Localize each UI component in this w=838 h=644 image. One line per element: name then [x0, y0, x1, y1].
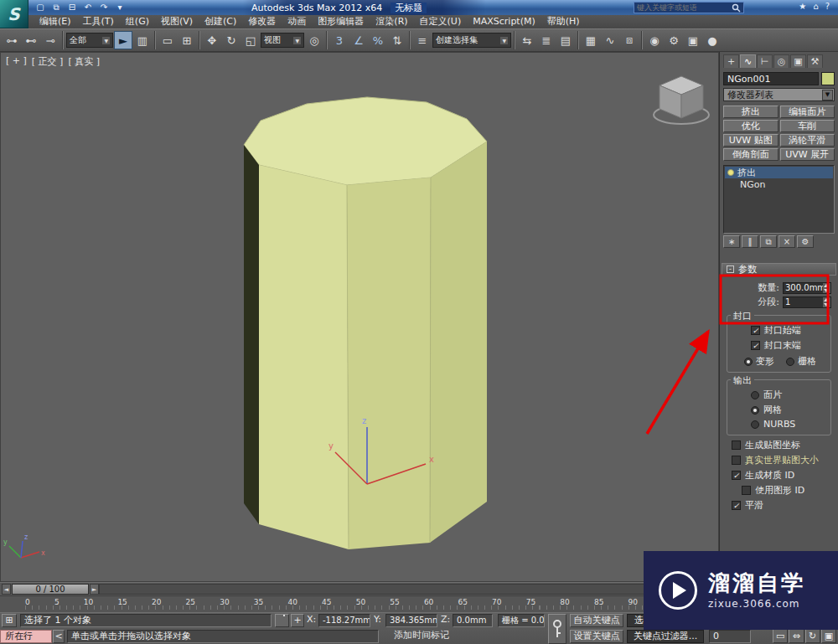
select-and-scale-icon[interactable]: ◱ — [241, 31, 260, 49]
menu-help[interactable]: 帮助(H) — [541, 15, 586, 28]
menu-graph-editors[interactable]: 图形编辑器 — [312, 15, 370, 28]
material-editor-icon[interactable]: ◉ — [645, 31, 664, 49]
selection-lock-icon[interactable] — [275, 614, 289, 627]
unlink-selection-icon[interactable]: ⊷ — [22, 31, 40, 49]
angle-snap-icon[interactable]: ∠ — [349, 31, 368, 49]
tab-motion-icon[interactable]: ◎ — [773, 54, 789, 68]
real-world-checkbox[interactable] — [732, 456, 741, 465]
render-production-icon[interactable]: ● — [703, 31, 722, 49]
current-frame-field[interactable]: 0 — [709, 630, 751, 643]
reference-coordinate-dropdown[interactable]: 视图▼ — [261, 33, 304, 48]
orbit-icon[interactable]: ↻ — [805, 629, 820, 643]
select-and-move-icon[interactable]: ✥ — [203, 31, 221, 49]
search-icon[interactable] — [732, 3, 741, 13]
previous-frame-icon[interactable]: ◄ — [2, 584, 11, 595]
redo-icon[interactable]: ↷ — [97, 1, 111, 13]
menu-maxscript[interactable]: MAXScript(M) — [467, 15, 541, 28]
isolate-selection-icon[interactable]: ⊞ — [2, 614, 17, 627]
modifier-enable-bulb-icon[interactable] — [727, 169, 734, 176]
nurbs-radio[interactable] — [751, 420, 759, 429]
grid-radio[interactable] — [786, 358, 794, 366]
menu-modifiers[interactable]: 修改器 — [242, 15, 282, 28]
search-input[interactable] — [637, 3, 732, 12]
set-keys-big-button[interactable] — [548, 614, 566, 644]
select-object-icon[interactable]: ► — [114, 31, 132, 49]
viewport-shading-menu[interactable]: [ 真实 ] — [68, 55, 100, 68]
menu-group[interactable]: 组(G) — [120, 15, 155, 28]
tab-utilities-icon[interactable]: ⚒ — [807, 54, 823, 68]
patch-radio[interactable] — [751, 391, 759, 399]
material-id-checkbox[interactable]: ✓ — [732, 471, 741, 480]
edit-named-selection-sets-icon[interactable]: ≡ — [413, 31, 432, 49]
uvw-map-button[interactable]: UVW 贴图 — [723, 134, 779, 147]
maxscript-mini-listener[interactable]: 所在行 — [0, 630, 52, 643]
select-and-link-icon[interactable]: ⊶ — [3, 31, 21, 49]
morph-radio[interactable] — [744, 358, 753, 366]
add-time-tag[interactable]: 添加时间标记 — [394, 630, 488, 643]
cap-start-checkbox[interactable]: ✓ — [751, 326, 760, 335]
auto-key-button[interactable]: 自动关键点 — [570, 614, 623, 627]
absolute-offset-toggle-icon[interactable]: + — [291, 614, 304, 627]
snaps-toggle-icon[interactable]: 3 — [330, 31, 349, 49]
percent-snap-icon[interactable]: % — [369, 31, 387, 49]
bevel-profile-button[interactable]: 倒角剖面 — [723, 148, 779, 161]
remove-modifier-icon[interactable]: × — [779, 235, 795, 248]
bind-to-space-warp-icon[interactable]: ⊸ — [41, 31, 59, 49]
object-name-field[interactable]: NGon001 — [723, 72, 819, 85]
menu-rendering[interactable]: 渲染(R) — [370, 15, 413, 28]
stack-item-extrude[interactable]: 挤出 — [725, 167, 833, 178]
schematic-view-icon[interactable]: ⧈ — [620, 31, 639, 49]
y-coord-field[interactable]: 384.365mm — [385, 614, 437, 627]
cap-end-checkbox[interactable]: ✓ — [751, 341, 760, 350]
mirror-icon[interactable]: ⇆ — [518, 31, 536, 49]
viewport-pov-menu[interactable]: [ 正交 ] — [32, 55, 64, 68]
select-by-name-icon[interactable]: ▥ — [133, 31, 152, 49]
time-slider-handle[interactable]: 0 / 100 — [12, 584, 89, 595]
mapping-coords-checkbox[interactable] — [732, 440, 741, 450]
graphite-ribbon-icon[interactable]: ▦ — [582, 31, 600, 49]
unwrap-uvw-button[interactable]: UVW 展开 — [780, 148, 835, 161]
undo-icon[interactable]: ↶ — [81, 1, 95, 13]
rollout-header[interactable]: - 参数 — [722, 263, 836, 276]
layer-manager-icon[interactable]: ▤ — [556, 31, 575, 49]
selection-filter-dropdown[interactable]: 全部▼ — [66, 33, 113, 48]
open-file-icon[interactable]: ⧉ — [49, 1, 63, 13]
z-coord-field[interactable]: 0.0mm — [453, 614, 493, 627]
listener-expand-icon[interactable]: < — [53, 630, 65, 643]
lathe-button[interactable]: 车削 — [780, 120, 835, 132]
spinner-arrows-icon[interactable] — [823, 283, 830, 293]
zoom-region-icon[interactable]: ▭ — [773, 629, 788, 643]
menu-tools[interactable]: 工具(T) — [77, 15, 120, 28]
key-filters-button[interactable]: 关键点过滤器... — [627, 630, 704, 643]
named-selection-set-dropdown[interactable]: 创建选择集▼ — [432, 33, 511, 48]
favorites-icon[interactable]: ★ — [799, 2, 806, 11]
maximize-viewport-icon[interactable]: ▣ — [821, 629, 836, 643]
spinner-snap-icon[interactable]: ⇅ — [388, 31, 406, 49]
optimize-button[interactable]: 优化 — [723, 120, 779, 132]
show-end-result-icon[interactable]: ‖ — [742, 235, 758, 248]
new-scene-icon[interactable]: ▢ — [34, 1, 47, 13]
rendered-frame-window-icon[interactable]: ▣ — [684, 31, 702, 49]
extrude-button[interactable]: 挤出 — [723, 106, 779, 118]
select-and-rotate-icon[interactable]: ↻ — [222, 31, 241, 49]
shape-id-checkbox[interactable] — [742, 486, 751, 495]
amount-spinner[interactable]: 300.0mm — [783, 282, 831, 294]
set-key-button[interactable]: 设置关键点 — [570, 630, 623, 643]
smooth-checkbox[interactable]: ✓ — [732, 501, 741, 510]
menu-customize[interactable]: 自定义(U) — [414, 15, 468, 28]
pin-stack-icon[interactable]: ∗ — [723, 235, 740, 248]
viewport[interactable]: [ + ] [ 正交 ] [ 真实 ] z y x — [0, 52, 719, 582]
application-menu-button[interactable]: S — [0, 0, 28, 28]
configure-modifier-sets-icon[interactable]: ⚙ — [797, 235, 814, 248]
tab-display-icon[interactable]: ▣ — [790, 54, 806, 68]
viewport-general-menu[interactable]: [ + ] — [6, 55, 27, 68]
save-file-icon[interactable]: ⊟ — [65, 1, 79, 13]
tab-hierarchy-icon[interactable]: ⊢ — [757, 54, 773, 68]
stack-item-ngon[interactable]: NGon — [725, 178, 833, 190]
tab-create-icon[interactable]: + — [723, 54, 739, 68]
x-coord-field[interactable]: -118.27mm — [318, 614, 370, 627]
window-crossing-icon[interactable]: ⊞ — [178, 31, 196, 49]
segments-spinner[interactable]: 1 — [783, 296, 831, 308]
pan-icon[interactable]: ⇔ — [789, 629, 804, 643]
viewcube[interactable] — [654, 76, 709, 124]
